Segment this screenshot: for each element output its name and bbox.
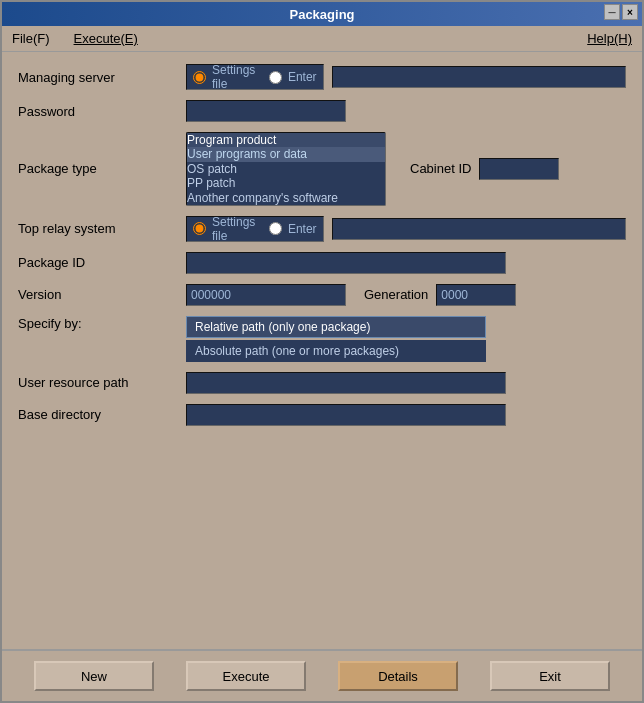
password-row: Password — [18, 100, 626, 122]
minimize-button[interactable]: ─ — [604, 4, 620, 20]
window-title: Packaging — [289, 7, 354, 22]
top-relay-row: Top relay system Settings file Enter — [18, 216, 626, 242]
version-label: Version — [18, 287, 178, 302]
base-directory-row: Base directory — [18, 404, 626, 426]
close-button[interactable]: × — [622, 4, 638, 20]
managing-server-input[interactable] — [332, 66, 626, 88]
execute-button[interactable]: Execute — [186, 661, 306, 691]
enter-radio-label: Enter — [288, 70, 317, 84]
cabinet-id-input[interactable] — [479, 158, 559, 180]
relay-settings-file-label: Settings file — [212, 215, 263, 243]
password-label: Password — [18, 104, 178, 119]
footer: New Execute Details Exit — [2, 649, 642, 701]
package-id-row: Package ID — [18, 252, 626, 274]
specify-by-label: Specify by: — [18, 316, 178, 331]
menu-help[interactable]: Help(H) — [583, 29, 636, 48]
relay-settings-file-radio[interactable] — [193, 222, 206, 235]
generation-input[interactable] — [436, 284, 516, 306]
version-input[interactable] — [186, 284, 346, 306]
top-relay-radio-group: Settings file Enter — [186, 216, 324, 242]
managing-server-row: Managing server Settings file Enter — [18, 64, 626, 90]
user-resource-input[interactable] — [186, 372, 506, 394]
package-id-label: Package ID — [18, 255, 178, 270]
top-relay-label: Top relay system — [18, 221, 178, 236]
managing-server-label: Managing server — [18, 70, 178, 85]
version-row: Version Generation — [18, 284, 626, 306]
specify-relative-option[interactable]: Relative path (only one package) — [186, 316, 486, 338]
exit-button[interactable]: Exit — [490, 661, 610, 691]
cabinet-id-label: Cabinet ID — [410, 161, 471, 176]
main-window: Packaging ─ × File(F) Execute(E) Help(H)… — [0, 0, 644, 703]
package-type-select[interactable]: Program product User programs or data OS… — [186, 132, 386, 206]
package-type-row: Package type Program product User progra… — [18, 132, 626, 206]
package-type-label: Package type — [18, 161, 178, 176]
settings-file-radio[interactable] — [193, 71, 206, 84]
specify-by-row: Specify by: Relative path (only one pack… — [18, 316, 626, 362]
specify-absolute-option[interactable]: Absolute path (one or more packages) — [186, 340, 486, 362]
relay-enter-label: Enter — [288, 222, 317, 236]
title-bar-controls: ─ × — [604, 4, 638, 20]
form-content: Managing server Settings file Enter Pass… — [2, 52, 642, 649]
top-relay-input[interactable] — [332, 218, 626, 240]
package-id-input[interactable] — [186, 252, 506, 274]
cabinet-id-group: Cabinet ID — [410, 158, 559, 180]
menu-file[interactable]: File(F) — [8, 29, 54, 48]
details-button[interactable]: Details — [338, 661, 458, 691]
managing-server-radio-group: Settings file Enter — [186, 64, 324, 90]
title-bar: Packaging ─ × — [2, 2, 642, 26]
base-directory-input[interactable] — [186, 404, 506, 426]
menu-execute[interactable]: Execute(E) — [70, 29, 142, 48]
settings-file-radio-label: Settings file — [212, 63, 263, 91]
user-resource-label: User resource path — [18, 375, 178, 390]
password-input[interactable] — [186, 100, 346, 122]
relay-enter-radio[interactable] — [269, 222, 282, 235]
specify-by-group: Relative path (only one package) Absolut… — [186, 316, 486, 362]
user-resource-row: User resource path — [18, 372, 626, 394]
generation-label: Generation — [364, 287, 428, 302]
enter-radio[interactable] — [269, 71, 282, 84]
new-button[interactable]: New — [34, 661, 154, 691]
base-directory-label: Base directory — [18, 407, 178, 422]
menu-bar: File(F) Execute(E) Help(H) — [2, 26, 642, 52]
